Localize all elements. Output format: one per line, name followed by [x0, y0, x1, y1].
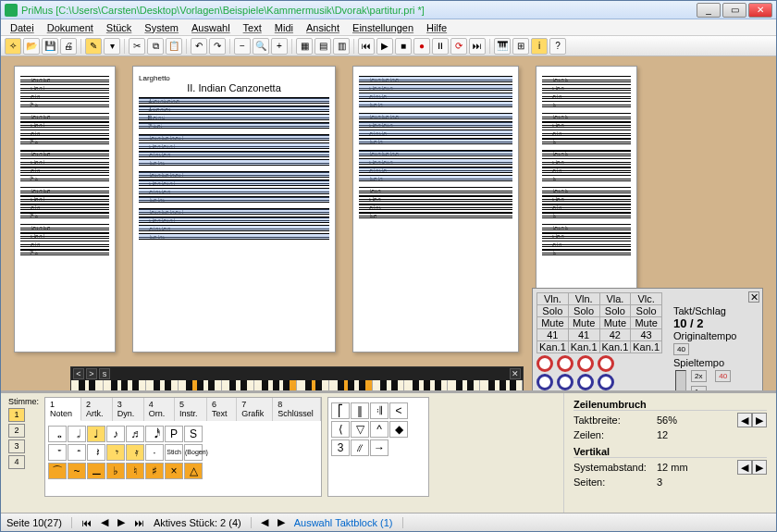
rest-16th-icon[interactable]: 𝄿 — [126, 444, 144, 461]
rest-quarter-icon[interactable]: 𝄽 — [87, 444, 105, 461]
white-key[interactable] — [490, 380, 501, 392]
taktbreite-up-button[interactable]: ▶ — [752, 413, 767, 427]
view3-button[interactable]: ▥ — [333, 38, 350, 55]
solo-button[interactable]: Solo — [537, 305, 569, 317]
pan-knob[interactable] — [557, 355, 574, 372]
tab-text[interactable]: 6 Text — [207, 398, 237, 421]
pan-knob[interactable] — [577, 355, 594, 372]
white-key[interactable] — [308, 380, 319, 392]
white-key[interactable] — [92, 380, 104, 392]
menu-ansicht[interactable]: Ansicht — [301, 21, 345, 34]
white-key[interactable] — [125, 380, 136, 392]
pan-knob[interactable] — [536, 355, 553, 372]
kb-next-button[interactable]: > — [86, 368, 97, 379]
diamond-icon[interactable]: ◆ — [389, 421, 408, 438]
note-half-icon[interactable]: 𝅗𝅥 — [68, 426, 86, 442]
menu-auswahl[interactable]: Auswahl — [186, 21, 236, 34]
tool-tri-icon[interactable]: △ — [184, 463, 203, 479]
menu-hilfe[interactable]: Hilfe — [421, 21, 452, 34]
mixer-close-button[interactable]: ✕ — [748, 291, 759, 303]
white-key[interactable] — [287, 380, 298, 392]
pause-label-s[interactable]: S — [184, 426, 203, 442]
tremolo-icon[interactable]: ⫽ — [351, 439, 369, 456]
score-page[interactable]: ♩♫♪♬♩♪♫♩♬♫♪♩♫♬♩♫♪♬♫♩♬♪♩♫♩♪♫♩♬ ♩♫♪♬♩♪♫♩♬♫… — [352, 66, 519, 353]
solo-button[interactable]: Solo — [599, 305, 631, 317]
white-key[interactable] — [318, 380, 329, 392]
score-canvas[interactable]: ♩♫♪♬♩♪♫♪♩♫♬♩♫♩♬𝄢 ♩♪ ♩♫♪♬♩♪♫♪♩♫♬♩♫♩♬𝄢 ♩♪ … — [1, 56, 776, 392]
stich-label[interactable]: Stich — [165, 444, 183, 461]
piano-keys[interactable] — [71, 380, 523, 392]
tool-sharp-icon[interactable]: ♯ — [145, 463, 164, 479]
white-key[interactable] — [501, 380, 512, 392]
keyboard-button[interactable]: 🎹 — [494, 38, 511, 55]
dot-icon[interactable]: · — [145, 444, 164, 461]
score-page[interactable]: ♩♫♪♬♩♪♫♪♩♫♬♩♫♩♬𝄢 ♩♪ ♩♫♪♬♩♪♫♪♩♫♬♩♫♩♬𝄢 ♩♪ … — [14, 66, 116, 353]
copy-button[interactable]: ⧉ — [147, 38, 164, 55]
pan-knob[interactable] — [598, 355, 614, 372]
kb-close-button[interactable]: ✕ — [510, 368, 521, 379]
note-32nd-icon[interactable]: 𝅘𝅥𝅰 — [145, 426, 164, 442]
white-key[interactable] — [71, 380, 82, 392]
sysabstand-down-button[interactable]: ◀ — [737, 460, 752, 475]
doublebar-icon[interactable]: ‖ — [351, 402, 369, 419]
white-key[interactable] — [340, 380, 352, 392]
tab-artk[interactable]: 2 Artk. — [81, 398, 113, 421]
crescendo-icon[interactable]: < — [389, 402, 408, 419]
rev-knob[interactable] — [598, 374, 614, 390]
view2-button[interactable]: ▤ — [314, 38, 331, 55]
white-key[interactable] — [157, 380, 168, 392]
white-key[interactable] — [276, 380, 287, 392]
bracket-icon[interactable]: ⎡ — [331, 402, 350, 419]
loop-button[interactable]: ⟳ — [450, 38, 467, 55]
white-key[interactable] — [512, 380, 524, 392]
tempo-slider[interactable] — [675, 370, 686, 392]
nav-next-button[interactable]: ▶ — [117, 516, 125, 528]
note-whole-icon[interactable]: 𝅝 — [48, 426, 67, 442]
tab-schluessel[interactable]: 8 Schlüssel — [273, 398, 321, 421]
play-button[interactable]: ▶ — [376, 38, 393, 55]
white-key[interactable] — [222, 380, 233, 392]
white-key[interactable] — [351, 380, 362, 392]
score-page[interactable]: Larghetto II. Indian Canzonetta 𝄞 ♩♫♪♬♩♪… — [132, 66, 336, 353]
note-16th-icon[interactable]: ♬ — [126, 426, 144, 442]
cut-button[interactable]: ✂ — [129, 38, 145, 55]
brush-button[interactable]: ✎ — [85, 38, 102, 55]
white-key[interactable] — [243, 380, 254, 392]
voice-2-button[interactable]: 2 — [8, 424, 25, 438]
sysabstand-up-button[interactable]: ▶ — [752, 460, 767, 475]
white-key[interactable] — [265, 380, 276, 392]
maximize-button[interactable]: ▭ — [722, 3, 746, 18]
help-button[interactable]: ? — [549, 38, 566, 55]
white-key[interactable] — [448, 380, 459, 392]
view1-button[interactable]: ▦ — [296, 38, 313, 55]
menu-stueck[interactable]: Stück — [101, 21, 138, 34]
hairpin-icon[interactable]: ⟨ — [331, 421, 350, 438]
rev-knob[interactable] — [577, 374, 594, 390]
white-key[interactable] — [469, 380, 480, 392]
tool-natural-icon[interactable]: ♮ — [126, 463, 144, 479]
tuplet-icon[interactable]: 3 — [331, 439, 350, 456]
nav-prev-button[interactable]: ◀ — [101, 516, 108, 528]
zoom-out-button[interactable]: − — [234, 38, 251, 55]
menu-datei[interactable]: Datei — [5, 21, 40, 34]
menu-text[interactable]: Text — [238, 21, 267, 34]
tool-slur-icon[interactable]: ~ — [68, 463, 86, 479]
white-key[interactable] — [394, 380, 405, 392]
tab-grafik[interactable]: 7 Grafik — [237, 398, 273, 421]
white-key[interactable] — [211, 380, 222, 392]
white-key[interactable] — [480, 380, 491, 392]
zoom-button[interactable]: 🔍 — [253, 38, 269, 55]
tool-x-icon[interactable]: × — [165, 463, 183, 479]
record-button[interactable]: ● — [413, 38, 430, 55]
rev-knob[interactable] — [536, 374, 553, 390]
white-key[interactable] — [383, 380, 394, 392]
solo-button[interactable]: Solo — [631, 305, 662, 317]
paste-button[interactable]: 📋 — [166, 38, 182, 55]
white-key[interactable] — [426, 380, 438, 392]
white-key[interactable] — [459, 380, 470, 392]
white-key[interactable] — [179, 380, 190, 392]
pause-button[interactable]: ⏸ — [432, 38, 449, 55]
dropdown-button[interactable]: ▾ — [104, 38, 120, 55]
white-key[interactable] — [201, 380, 212, 392]
white-key[interactable] — [415, 380, 426, 392]
